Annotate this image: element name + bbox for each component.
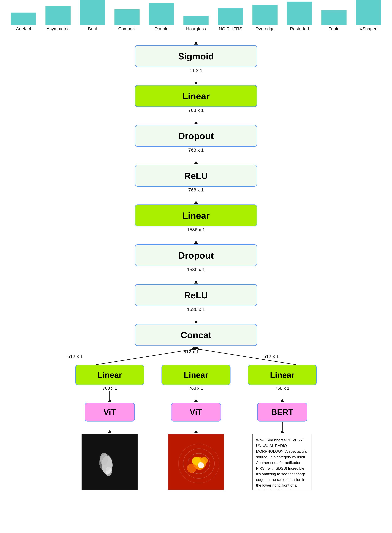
bar-label-noir_ifrs: NOIR_IFRS bbox=[219, 26, 242, 31]
bar-label-xshaped: XShaped bbox=[359, 26, 378, 31]
bar-xshaped bbox=[356, 0, 381, 25]
linear-center-box: Linear bbox=[162, 365, 230, 385]
relu2-box: ReLU bbox=[135, 284, 257, 306]
bar-triple bbox=[322, 10, 346, 25]
arrow-bert-linear: 768 x 1 bbox=[275, 386, 289, 402]
input-image-red bbox=[168, 434, 224, 490]
linear1-layer: Linear bbox=[135, 85, 257, 107]
dropout2-layer: Dropout bbox=[135, 244, 257, 266]
bar-label-restarted: Restarted bbox=[290, 26, 309, 31]
linear2-layer: Linear bbox=[135, 205, 257, 226]
three-linear-row: Linear 768 x 1 ViT bbox=[55, 365, 337, 490]
dropout2-box: Dropout bbox=[135, 244, 257, 266]
sigmoid-box: Sigmoid bbox=[135, 45, 257, 67]
bar-label-asymmetric: Asymmetric bbox=[47, 26, 70, 31]
bar-group-compact: Compact bbox=[110, 9, 144, 31]
bar-label-compact: Compact bbox=[118, 26, 136, 31]
dropout1-box: Dropout bbox=[135, 125, 257, 147]
relu1-layer: ReLU bbox=[135, 165, 257, 187]
bar-double bbox=[149, 3, 174, 25]
input-image-black bbox=[82, 434, 138, 490]
bar-group-overedge: Overedge bbox=[248, 5, 282, 31]
linear-left-box: Linear bbox=[75, 365, 144, 385]
right-branch: Linear 768 x 1 BERT Wow! Sea bhorse! :D … bbox=[242, 365, 323, 490]
svg-point-10 bbox=[99, 454, 112, 471]
linear-right-box: Linear bbox=[248, 365, 317, 385]
arrow-vit-left-linear: 768 x 1 bbox=[103, 386, 117, 402]
arrow-vit-center-linear: 768 x 1 bbox=[189, 386, 203, 402]
bar-label-triple: Triple bbox=[329, 26, 340, 31]
arrow-dropout2-relu2: 1536 x 1 bbox=[187, 267, 205, 284]
svg-point-16 bbox=[201, 457, 208, 464]
arrow-relu2-concat: 1536 x 1 bbox=[187, 307, 205, 323]
top-arrow bbox=[194, 41, 198, 45]
bar-label-double: Double bbox=[155, 26, 168, 31]
bar-group-hourglass: Hourglass bbox=[179, 16, 213, 31]
bar-bent bbox=[80, 0, 105, 25]
bar-group-noir_ifrs: NOIR_IFRS bbox=[213, 8, 248, 31]
arrow-image-center-vit bbox=[194, 422, 198, 433]
bar-overedge bbox=[252, 5, 278, 25]
red-image-svg bbox=[168, 434, 224, 490]
bar-chart: ArtefactAsymmetricBentCompactDoubleHourg… bbox=[0, 0, 392, 31]
arrow-dropout1-relu1: 768 x 1 bbox=[188, 147, 204, 164]
svg-line-4 bbox=[198, 349, 296, 365]
linear1-box: Linear bbox=[135, 85, 257, 107]
arrow-sigmoid-linear: 11 x 1 bbox=[190, 68, 202, 84]
input-text-box: Wow! Sea bhorse! :D VERY UNUSUAL RADIO M… bbox=[252, 434, 312, 490]
svg-line-0 bbox=[96, 349, 194, 365]
bar-group-bent: Bent bbox=[75, 0, 110, 31]
branch-arrows-svg bbox=[55, 346, 337, 365]
bar-group-artefact: Artefact bbox=[6, 13, 41, 31]
bar-group-restarted: Restarted bbox=[282, 2, 317, 31]
left-branch: Linear 768 x 1 ViT bbox=[69, 365, 150, 490]
bar-label-bent: Bent bbox=[88, 26, 97, 31]
branch-label-512-right: 512 x 1 bbox=[263, 354, 279, 359]
bar-group-double: Double bbox=[144, 3, 179, 31]
bar-noir_ifrs bbox=[218, 8, 243, 25]
branch-label-512-center: 512 x 1 bbox=[183, 349, 199, 354]
neural-network-diagram: Sigmoid 11 x 1 Linear 768 x 1 Dropout 76… bbox=[0, 41, 392, 490]
bar-group-triple: Triple bbox=[317, 10, 351, 31]
arrow-image-left-vit bbox=[108, 422, 112, 433]
center-branch: Linear 768 x 1 ViT bbox=[150, 365, 242, 490]
vit-center-box: ViT bbox=[171, 403, 221, 421]
concat-layer: Concat bbox=[135, 324, 257, 346]
bar-label-artefact: Artefact bbox=[16, 26, 31, 31]
black-image-svg bbox=[82, 434, 138, 490]
arrow-linear1-dropout1: 768 x 1 bbox=[188, 108, 204, 124]
concat-arrows-area: 512 x 1 512 x 1 512 x 1 bbox=[55, 346, 337, 365]
arrow-text-bert bbox=[280, 422, 284, 433]
linear2-box: Linear bbox=[135, 205, 257, 226]
relu1-box: ReLU bbox=[135, 165, 257, 187]
bar-group-xshaped: XShaped bbox=[351, 0, 386, 31]
sigmoid-layer: Sigmoid bbox=[135, 45, 257, 67]
vit-left-box: ViT bbox=[85, 403, 135, 421]
bar-group-asymmetric: Asymmetric bbox=[41, 6, 75, 31]
bar-label-hourglass: Hourglass bbox=[186, 26, 206, 31]
bar-label-overedge: Overedge bbox=[255, 26, 275, 31]
branch-label-512-left: 512 x 1 bbox=[67, 354, 83, 359]
dropout1-layer: Dropout bbox=[135, 125, 257, 147]
relu2-layer: ReLU bbox=[135, 284, 257, 306]
arrow-linear2-dropout2: 1536 x 1 bbox=[187, 227, 205, 244]
bar-artefact bbox=[11, 13, 36, 25]
bert-box: BERT bbox=[257, 403, 307, 421]
bar-compact bbox=[114, 9, 140, 25]
bar-asymmetric bbox=[46, 6, 70, 25]
bar-restarted bbox=[287, 2, 312, 25]
concat-box: Concat bbox=[135, 324, 257, 346]
arrow-relu1-linear2: 768 x 1 bbox=[188, 187, 204, 204]
bar-hourglass bbox=[183, 16, 209, 25]
